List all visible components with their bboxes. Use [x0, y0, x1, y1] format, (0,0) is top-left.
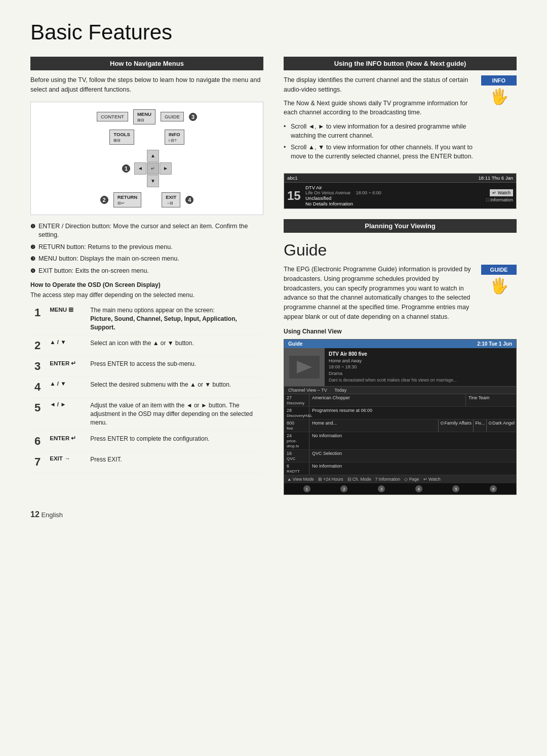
gs-badge-2: 2	[340, 485, 347, 492]
osd-desc-1: The main menu options appear on the scre…	[86, 303, 263, 335]
osd-key-2: ▲ / ▼	[46, 335, 86, 356]
gs-prog-detail: DTV Air 800 five Home and Away 18:00 ~ 1…	[325, 348, 516, 387]
osd-row-4: 4 ▲ / ▼ Select the desired submenu with …	[30, 377, 263, 398]
osd-num-5: 5	[30, 398, 46, 431]
info-section-content: The display identifies the current chann…	[284, 75, 517, 167]
info-button-header: Using the INFO button (Now & Next guide)	[284, 57, 517, 70]
gs-channel-row-800: 800five Home and... ⊙Family Affairs Fiv.…	[284, 419, 516, 432]
dpad-down[interactable]: ▼	[147, 175, 159, 187]
nav-menus-header: How to Navigate Menus	[30, 57, 263, 70]
info-section-text: The display identifies the current chann…	[284, 75, 475, 167]
osd-key-4: ▲ / ▼	[46, 377, 86, 398]
info-bullet-1: Scroll ◄, ► to view information for a de…	[284, 122, 475, 140]
igs-prog-time: 18:00 ~ 6:00	[356, 190, 381, 195]
osd-num-4: 4	[30, 377, 46, 398]
gs-ch-6: 6R4DTT	[284, 463, 309, 475]
osd-key-7: EXIT →	[46, 451, 86, 472]
remote-diagram: CONTENT MENU⊞⊟ GUIDE 3 TOOLS⊞⊟ INFOi ⊟? …	[30, 102, 263, 215]
osd-row-2: 2 ▲ / ▼ Select an icon with the ▲ or ▼ b…	[30, 335, 263, 356]
gs-channel-row-28: 28DiscoveryH&L Programmes resume at 06:0…	[284, 407, 516, 419]
igs-watch-label: Watch	[498, 190, 511, 195]
osd-row-1: 1 MENU ⊞ The main menu options appear on…	[30, 303, 263, 335]
osd-num-1: 1	[30, 303, 46, 335]
gs-footer-item-2: ⊞ +24 Hours	[318, 477, 343, 482]
osd-intro: The access step may differ depending on …	[30, 291, 263, 299]
gs-ch-16: 16QVC	[284, 450, 309, 462]
channel-view-title: Using Channel View	[284, 328, 517, 335]
gs-channel-row-16: 16QVC QVC Selection	[284, 450, 516, 463]
bullet-menu: MENU button: Displays the main on-screen…	[30, 255, 263, 264]
gs-header-left: Guide	[288, 341, 302, 347]
info-text-2: The Now & Next guide shows daily TV prog…	[284, 99, 475, 118]
gs-badge-3: 3	[378, 485, 385, 492]
igs-prog: Life On Venus Avenue 18:00 ~ 6:00	[305, 190, 482, 195]
igs-top-bar: abc1 18:11 Thu 6 Jan	[284, 174, 516, 183]
igs-info-icon: □	[486, 197, 489, 202]
guide-section: The EPG (Electronic Programme Guide) inf…	[284, 265, 517, 322]
guide-button-display: GUIDE 🖐	[481, 265, 517, 322]
right-column: Using the INFO button (Now & Next guide)…	[284, 57, 517, 495]
gs-footer-item-3: ⊟ Ch. Mode	[347, 477, 371, 482]
igs-time: 18:11 Thu 6 Jan	[479, 175, 514, 181]
info-bullet-2: Scroll ▲, ▼ to view information for othe…	[284, 143, 475, 161]
exit-btn: EXIT→⊟	[162, 192, 180, 207]
gs-prog-27-1: American Chopper	[309, 394, 465, 406]
nav-menus-intro: Before using the TV, follow the steps be…	[30, 75, 263, 95]
info-hand-icon: 🖐	[481, 88, 517, 105]
gs-time: 18:00 ~ 18:30	[329, 364, 512, 370]
dpad-right[interactable]: ►	[160, 162, 172, 175]
dpad-left[interactable]: ◄	[134, 162, 146, 175]
info-blue-button: INFO	[481, 75, 517, 86]
page-title: Basic Features	[30, 20, 517, 45]
gs-channel-view-label: Channel View – TV Today	[284, 387, 516, 394]
guide-text: The EPG (Electronic Programme Guide) inf…	[284, 265, 475, 322]
osd-key-5: ◄ / ►	[46, 398, 86, 431]
osd-table: 1 MENU ⊞ The main menu options appear on…	[30, 303, 263, 473]
badge-2: 2	[100, 196, 108, 204]
gs-ch-24: 24price-drop.tv	[284, 432, 309, 449]
osd-row-7: 7 EXIT → Press EXIT.	[30, 451, 263, 472]
osd-desc-2: Select an icon with the ▲ or ▼ button.	[86, 335, 263, 356]
badge-4: 4	[185, 196, 193, 204]
bullet-text: MENU button: Displays the main on-screen…	[38, 255, 179, 264]
osd-key-6: ENTER ↵	[46, 431, 86, 451]
gs-genre: Drama	[329, 370, 512, 377]
gs-prog-6: No Information	[309, 463, 516, 475]
igs-unclassified: Unclassified	[305, 195, 482, 201]
guide-blue-button: GUIDE	[481, 265, 517, 275]
menu-btn: MENU⊞⊟	[133, 109, 155, 124]
page-language: English	[41, 511, 63, 519]
guide-hand-icon: 🖐	[481, 277, 517, 295]
osd-desc-5: Adjust the value of an item with the ◄ o…	[86, 398, 263, 431]
dpad-up[interactable]: ▲	[147, 150, 159, 162]
igs-info-label: Information	[490, 197, 513, 202]
igs-info-btn[interactable]: □ Information	[486, 197, 513, 202]
gs-ch-name: DTV Air 800 five	[329, 351, 512, 358]
bullet-enter: ENTER / Direction button: Move the curso…	[30, 222, 263, 240]
gs-badge-6: 6	[490, 485, 497, 492]
gs-badge-5: 5	[452, 485, 459, 492]
osd-num-6: 6	[30, 431, 46, 451]
gs-ch-800: 800five	[284, 419, 309, 432]
igs-watch-btn[interactable]: ↵ Watch	[490, 189, 513, 196]
gs-footer-item-1: ▲ View Mode	[287, 477, 314, 482]
gs-info-row: DTV Air 800 five Home and Away 18:00 ~ 1…	[284, 348, 516, 387]
dpad-center[interactable]: ↵	[147, 162, 159, 175]
igs-dtv: DTV Air	[305, 185, 482, 190]
gs-footer: ▲ View Mode ⊞ +24 Hours ⊟ Ch. Mode 7 Inf…	[284, 475, 516, 483]
osd-key-1: MENU ⊞	[46, 303, 86, 335]
igs-ch-num: 15	[287, 189, 301, 203]
gs-footer-item-5: ◇ Page	[404, 477, 419, 482]
osd-desc-3: Press ENTER to access the sub-menu.	[86, 356, 263, 377]
bullet-return: RETURN button: Returns to the previous m…	[30, 243, 263, 252]
osd-desc-6: Press ENTER to complete the configuratio…	[86, 431, 263, 451]
gs-prog-title: Home and Away	[329, 358, 512, 364]
planning-header: Planning Your Viewing	[284, 219, 517, 233]
info-guide-screenshot: abc1 18:11 Thu 6 Jan 15 DTV Air Life On …	[284, 173, 517, 209]
gs-prog-800-3: Fiv...	[473, 419, 486, 432]
osd-key-3: ENTER ↵	[46, 356, 86, 377]
bullet-exit: EXIT button: Exits the on-screen menu.	[30, 267, 263, 276]
osd-title: How to Operate the OSD (On Screen Displa…	[30, 281, 263, 288]
osd-num-3: 3	[30, 356, 46, 377]
igs-prog-name: Life On Venus Avenue	[305, 190, 350, 195]
